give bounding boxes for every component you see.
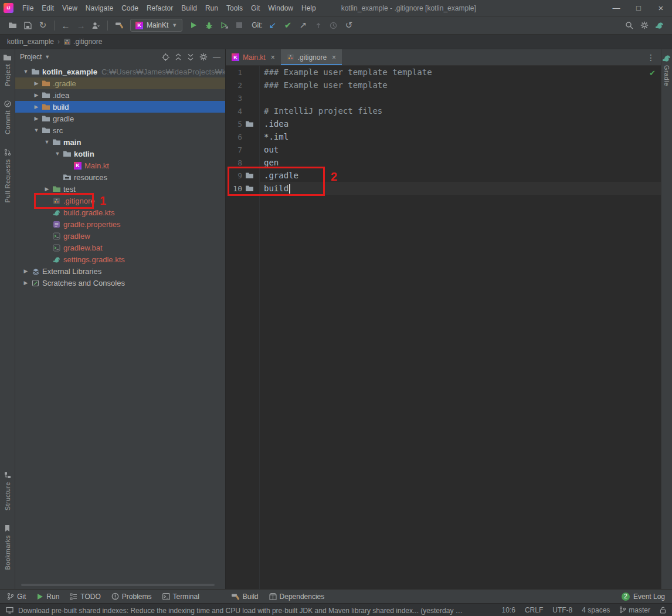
- update-project-icon[interactable]: ↙: [265, 18, 280, 32]
- expand-arrow-icon[interactable]: ▼: [21, 69, 30, 75]
- code-line-1[interactable]: ### Example user template template: [260, 66, 661, 79]
- search-icon[interactable]: [622, 18, 637, 32]
- tool-stripe-button-structure[interactable]: Structure: [4, 472, 11, 510]
- menu-git[interactable]: Git: [247, 0, 264, 16]
- tree-row-external-libraries[interactable]: ▶External Libraries: [15, 265, 225, 277]
- expand-arrow-icon[interactable]: ▶: [32, 104, 41, 110]
- expand-all-icon[interactable]: [175, 53, 182, 61]
- menu-tools[interactable]: Tools: [222, 0, 247, 16]
- project-scrollbar[interactable]: [21, 584, 215, 586]
- menu-build[interactable]: Build: [177, 0, 201, 16]
- menu-file[interactable]: File: [18, 0, 38, 16]
- tree-row-scratches-and-consoles[interactable]: ▶Scratches and Consoles: [15, 277, 225, 289]
- status-message[interactable]: Download pre-built shared indexes: Reduc…: [18, 605, 464, 615]
- tool-window-button-run[interactable]: Run: [36, 593, 59, 601]
- tool-window-button-problems[interactable]: Problems: [111, 593, 152, 601]
- maximize-button[interactable]: □: [627, 0, 650, 16]
- unshelve-icon[interactable]: [311, 18, 326, 32]
- tab-close-icon[interactable]: ×: [332, 53, 336, 62]
- tool-window-button-git[interactable]: Git: [7, 593, 26, 601]
- run-configuration-select[interactable]: K MainKt ▼: [130, 19, 182, 32]
- line-separator[interactable]: CRLF: [525, 606, 543, 614]
- tool-window-button-todo[interactable]: TODO: [70, 593, 100, 601]
- code-line-9[interactable]: .gradle: [260, 169, 661, 182]
- breadcrumb-item[interactable]: kotlin_example: [7, 38, 54, 46]
- expand-arrow-icon[interactable]: ▼: [32, 127, 41, 133]
- commit-check-icon[interactable]: ✔: [280, 18, 296, 32]
- tree-row--idea[interactable]: ▶.idea: [15, 89, 225, 101]
- open-folder-icon[interactable]: [5, 18, 20, 32]
- code-line-10[interactable]: build: [260, 182, 661, 195]
- expand-arrow-icon[interactable]: ▼: [53, 151, 62, 157]
- expand-arrow-icon[interactable]: ▶: [32, 116, 41, 121]
- hide-panel-icon[interactable]: —: [213, 53, 220, 62]
- tree-row-build-gradle-kts[interactable]: build.gradle.kts: [15, 207, 225, 218]
- tool-stripe-button-pull-requests[interactable]: Pull Requests: [4, 148, 11, 202]
- sync-icon[interactable]: ↻: [35, 18, 50, 32]
- breadcrumb-item[interactable]: .gitignore: [63, 38, 102, 46]
- menu-edit[interactable]: Edit: [38, 0, 58, 16]
- rollback-icon[interactable]: ↺: [341, 18, 357, 32]
- tree-row-main[interactable]: ▼main: [15, 136, 225, 148]
- settings-gear-icon[interactable]: [199, 53, 208, 61]
- editor-body[interactable]: 12345678910 ### Example user template te…: [226, 66, 661, 589]
- tree-row-build[interactable]: ▶build: [15, 101, 225, 113]
- history-icon[interactable]: [326, 18, 341, 32]
- profile-icon[interactable]: [89, 18, 104, 32]
- tool-stripe-button-gradle[interactable]: Gradle: [662, 54, 671, 86]
- code-line-4[interactable]: # IntelliJ project files: [260, 104, 661, 117]
- code-line-7[interactable]: out: [260, 143, 661, 156]
- tree-row--gitignore[interactable]: .gitignore: [15, 195, 225, 207]
- expand-arrow-icon[interactable]: ▼: [42, 139, 52, 145]
- close-button[interactable]: ×: [650, 0, 672, 16]
- code-line-8[interactable]: gen: [260, 156, 661, 169]
- tree-row-gradle[interactable]: ▶gradle: [15, 113, 225, 124]
- tab-main-kt[interactable]: KMain.kt×: [226, 49, 281, 65]
- settings-gear-icon[interactable]: [637, 18, 652, 32]
- tabs-more-icon[interactable]: ⋮: [641, 49, 661, 65]
- unlocked-icon[interactable]: [660, 606, 666, 614]
- debug-icon[interactable]: [201, 18, 216, 32]
- expand-arrow-icon[interactable]: ▶: [32, 92, 41, 98]
- project-panel-title[interactable]: Project: [20, 53, 42, 61]
- tab-close-icon[interactable]: ×: [271, 53, 275, 62]
- tree-row-src[interactable]: ▼src: [15, 124, 225, 136]
- menu-code[interactable]: Code: [117, 0, 142, 16]
- locate-icon[interactable]: [162, 53, 169, 61]
- inspections-ok-icon[interactable]: ✔: [649, 69, 656, 77]
- tool-window-button-terminal[interactable]: Terminal: [162, 593, 199, 601]
- tool-window-button-dependencies[interactable]: Dependencies: [269, 593, 325, 601]
- tree-row-main-kt[interactable]: KMain.kt: [15, 160, 225, 171]
- menu-run[interactable]: Run: [201, 0, 222, 16]
- menu-window[interactable]: Window: [264, 0, 297, 16]
- tree-row-test[interactable]: ▶test: [15, 183, 225, 195]
- tool-stripe-button-project[interactable]: Project: [3, 54, 12, 86]
- expand-arrow-icon[interactable]: ▶: [21, 268, 30, 274]
- tab--gitignore[interactable]: .gitignore×: [281, 49, 342, 65]
- code-line-2[interactable]: ### Example user template: [260, 79, 661, 92]
- minimize-button[interactable]: —: [605, 0, 627, 16]
- expand-arrow-icon[interactable]: ▶: [32, 80, 41, 86]
- code-line-5[interactable]: .idea: [260, 117, 661, 130]
- menu-help[interactable]: Help: [297, 0, 320, 16]
- git-branch-widget[interactable]: master: [619, 606, 650, 614]
- tree-row--gradle[interactable]: ▶.gradle: [15, 77, 225, 89]
- tree-row-settings-gradle-kts[interactable]: settings.gradle.kts: [15, 253, 225, 265]
- collapse-all-icon[interactable]: [187, 53, 194, 61]
- event-log-button[interactable]: 2 Event Log: [622, 593, 665, 601]
- menu-refactor[interactable]: Refactor: [142, 0, 177, 16]
- back-icon[interactable]: ←: [58, 18, 73, 32]
- run-icon[interactable]: [186, 18, 201, 32]
- gradle-icon[interactable]: [652, 18, 667, 32]
- forward-icon[interactable]: →: [73, 18, 89, 32]
- stop-icon[interactable]: [232, 18, 247, 32]
- menu-navigate[interactable]: Navigate: [82, 0, 117, 16]
- coverage-icon[interactable]: [216, 18, 232, 32]
- indent-setting[interactable]: 4 spaces: [582, 606, 610, 614]
- code-line-6[interactable]: *.iml: [260, 130, 661, 143]
- caret-position[interactable]: 10:6: [502, 606, 515, 614]
- tree-row-kotlin[interactable]: ▼kotlin: [15, 148, 225, 160]
- tree-row-gradle-properties[interactable]: gradle.properties: [15, 218, 225, 230]
- tree-row-resources[interactable]: resources: [15, 171, 225, 183]
- push-icon[interactable]: ↗: [296, 18, 311, 32]
